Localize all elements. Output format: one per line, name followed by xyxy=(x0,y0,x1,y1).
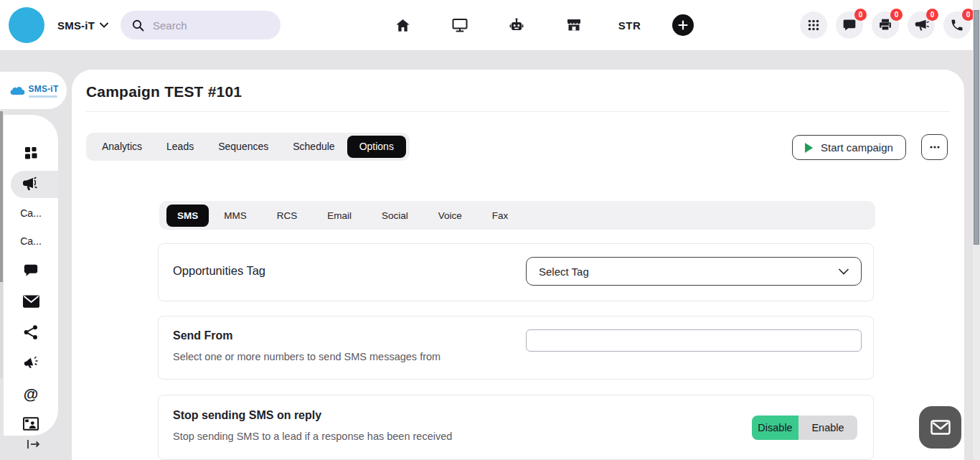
tab-schedule[interactable]: Schedule xyxy=(281,136,347,158)
disable-button[interactable]: Disable xyxy=(752,416,798,440)
opportunities-tag-select[interactable]: Select Tag xyxy=(526,257,862,286)
send-from-hint: Select one or more numbers to send SMS m… xyxy=(173,351,440,362)
chevron-down-icon xyxy=(100,22,108,28)
tab-leads[interactable]: Leads xyxy=(154,136,206,158)
search-input[interactable] xyxy=(151,19,270,32)
channel-tab-bar: SMS MMS RCS Email Social Voice Fax xyxy=(159,201,875,230)
announcement-icon[interactable]: 0 xyxy=(908,11,935,39)
selected-tag-value: Select Tag xyxy=(539,266,589,278)
title-divider xyxy=(86,111,950,112)
sidebar-item-mail[interactable] xyxy=(4,287,58,316)
home-icon[interactable] xyxy=(390,12,415,38)
tab-options[interactable]: Options xyxy=(347,136,406,158)
support-chat-launcher[interactable] xyxy=(919,406,961,449)
sidebar-item-chat[interactable] xyxy=(4,256,58,285)
channel-tab-voice[interactable]: Voice xyxy=(423,205,477,227)
channel-tab-rcs[interactable]: RCS xyxy=(262,205,313,227)
start-campaign-button[interactable]: Start campaign xyxy=(792,135,906,160)
top-right-nav: 0 0 0 0 xyxy=(800,11,971,39)
top-center-nav: STR xyxy=(390,0,694,50)
sidebar-item-ca-1[interactable]: Ca... xyxy=(4,199,58,227)
main-content-card: Campaign TEST #101 Analytics Leads Seque… xyxy=(72,70,964,460)
play-icon xyxy=(805,143,813,153)
sidebar-item-dashboard[interactable] xyxy=(4,139,58,167)
promotion-icon xyxy=(22,355,39,371)
stop-on-reply-toggle: Disable Enable xyxy=(752,416,857,440)
sidebar-item-campaigns[interactable] xyxy=(4,170,58,199)
sidebar-logo-tagline xyxy=(29,95,57,98)
sidebar-item-label: Ca... xyxy=(20,235,42,247)
channel-tab-social[interactable]: Social xyxy=(367,205,423,227)
printer-badge: 0 xyxy=(890,9,903,21)
share-icon xyxy=(23,324,39,340)
send-from-label: Send From xyxy=(173,329,233,342)
brand-menu[interactable]: SMS-iT xyxy=(57,0,108,50)
sidebar-expand-button[interactable] xyxy=(23,435,44,454)
str-workspace-label[interactable]: STR xyxy=(618,19,641,32)
channel-tab-email[interactable]: Email xyxy=(312,205,367,227)
chat-bubble-icon xyxy=(23,263,39,278)
page-title: Campaign TEST #101 xyxy=(86,83,242,100)
sidebar-item-label: Ca... xyxy=(20,207,42,219)
sidebar-item-share[interactable] xyxy=(4,318,58,347)
sidebar-scrollbar-thumb[interactable] xyxy=(0,111,3,282)
tab-analytics[interactable]: Analytics xyxy=(90,136,154,158)
sidebar: Ca... Ca... @ xyxy=(4,115,58,436)
channel-tab-sms[interactable]: SMS xyxy=(166,205,209,227)
sidebar-logo-text: SMS-iT xyxy=(29,84,59,94)
plus-icon[interactable] xyxy=(672,14,694,36)
opportunities-tag-section: Opportunities Tag Select Tag xyxy=(158,243,874,301)
more-options-button[interactable] xyxy=(921,134,948,160)
desktop-icon[interactable] xyxy=(447,12,473,38)
expand-arrow-icon xyxy=(26,438,42,450)
brand-name: SMS-iT xyxy=(57,19,95,32)
sidebar-item-promotions[interactable] xyxy=(4,349,58,377)
apps-grid-icon[interactable] xyxy=(800,11,827,39)
campaign-tab-bar: Analytics Leads Sequences Schedule Optio… xyxy=(86,133,410,161)
announcement-badge: 0 xyxy=(926,9,938,21)
enable-button[interactable]: Enable xyxy=(798,416,857,440)
channel-tab-mms[interactable]: MMS xyxy=(209,205,262,227)
opportunities-tag-label: Opportunities Tag xyxy=(173,264,265,278)
chat-badge: 0 xyxy=(854,9,867,21)
dashboard-icon xyxy=(23,145,39,161)
phone-icon[interactable]: 0 xyxy=(943,11,971,39)
search-icon xyxy=(132,19,144,32)
chevron-down-icon xyxy=(839,268,849,275)
top-bar: SMS-iT STR xyxy=(0,0,980,51)
sidebar-item-mentions[interactable]: @ xyxy=(4,379,58,408)
envelope-icon xyxy=(930,420,951,435)
send-from-section: Send From Select one or more numbers to … xyxy=(158,316,874,380)
megaphone-icon xyxy=(22,177,39,192)
send-from-input[interactable] xyxy=(526,329,862,352)
ellipsis-icon xyxy=(929,145,941,149)
channel-tab-fax[interactable]: Fax xyxy=(477,205,524,227)
printer-icon[interactable]: 0 xyxy=(872,11,899,39)
stop-on-reply-section: Stop sending SMS on reply Stop sending S… xyxy=(158,395,874,460)
storefront-icon[interactable] xyxy=(561,12,587,38)
mail-icon xyxy=(23,295,39,308)
avatar[interactable] xyxy=(9,7,44,43)
page-scrollbar-thumb[interactable] xyxy=(974,10,979,245)
stop-on-reply-label: Stop sending SMS on reply xyxy=(173,409,321,422)
sidebar-item-contacts[interactable] xyxy=(4,409,58,438)
sidebar-item-ca-2[interactable]: Ca... xyxy=(4,227,58,255)
contact-card-icon xyxy=(23,417,39,431)
start-campaign-label: Start campaign xyxy=(821,141,893,154)
robot-icon[interactable] xyxy=(504,12,529,38)
sidebar-logo[interactable]: SMS-iT xyxy=(0,72,67,109)
stop-on-reply-hint: Stop sending SMS to a lead if a response… xyxy=(173,431,452,442)
mention-icon: @ xyxy=(24,386,38,401)
chat-icon[interactable]: 0 xyxy=(836,11,863,39)
tab-sequences[interactable]: Sequences xyxy=(206,136,281,158)
search-bar[interactable] xyxy=(121,11,281,39)
cloud-logo-icon xyxy=(9,85,26,96)
